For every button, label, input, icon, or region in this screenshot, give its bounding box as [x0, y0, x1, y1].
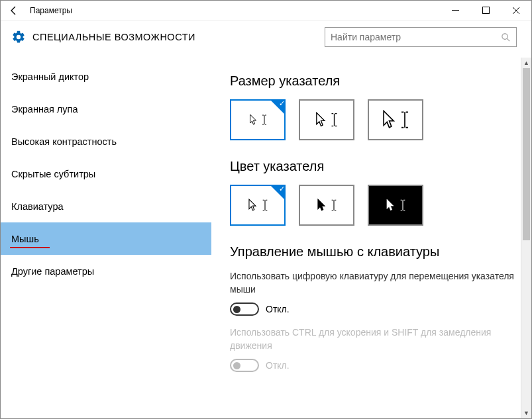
toggle-mouse-keys[interactable]: [230, 303, 259, 316]
svg-line-5: [507, 38, 509, 41]
sidebar-item-label: Клавиатура: [11, 201, 64, 212]
close-button[interactable]: [501, 1, 531, 21]
cursor-arrow-icon: [248, 199, 258, 212]
search-box[interactable]: [325, 27, 517, 47]
pointer-size-medium[interactable]: [299, 99, 354, 140]
sidebar-item-high-contrast[interactable]: Высокая контрастность: [1, 125, 211, 158]
check-icon: [270, 99, 286, 115]
cursor-ibeam-icon: [400, 110, 409, 130]
cursor-ibeam-icon: [331, 112, 338, 128]
sidebar: Экранный диктор Экранная лупа Высокая ко…: [1, 58, 211, 418]
cursor-ibeam-icon: [331, 199, 337, 212]
maximize-button[interactable]: [470, 1, 501, 21]
pointer-size-large[interactable]: [368, 99, 423, 140]
pointer-color-inverted[interactable]: [368, 185, 423, 226]
pointer-size-small[interactable]: [230, 99, 286, 140]
sidebar-item-label: Другие параметры: [11, 266, 94, 277]
cursor-arrow-icon: [249, 114, 258, 126]
sidebar-item-label: Экранная лупа: [11, 104, 78, 115]
cursor-ibeam-icon: [399, 199, 406, 212]
cursor-arrow-icon: [317, 199, 327, 212]
sidebar-item-other-options[interactable]: Другие параметры: [1, 255, 211, 287]
ctrl-shift-description: Использовать CTRL для ускорения и SHIFT …: [230, 326, 515, 352]
cursor-arrow-icon: [386, 199, 396, 212]
sidebar-item-keyboard[interactable]: Клавиатура: [1, 190, 211, 222]
sidebar-item-label: Скрытые субтитры: [11, 169, 95, 179]
sidebar-item-label: Экранный диктор: [11, 71, 89, 82]
sidebar-item-label: Высокая контрастность: [11, 136, 117, 147]
scroll-up-icon[interactable]: ▲: [521, 58, 531, 68]
content-area: Размер указателя Цвет указателя: [211, 58, 531, 418]
svg-point-4: [502, 33, 507, 38]
page-title: СПЕЦИАЛЬНЫЕ ВОЗМОЖНОСТИ: [32, 32, 325, 42]
heading-pointer-size: Размер указателя: [230, 73, 515, 89]
cursor-ibeam-icon: [262, 114, 267, 126]
toggle-label: Откл.: [266, 304, 290, 314]
scroll-thumb[interactable]: [523, 68, 530, 240]
pointer-color-black[interactable]: [299, 185, 354, 226]
annotation-underline: [10, 247, 50, 248]
sidebar-item-narrator[interactable]: Экранный диктор: [1, 60, 211, 93]
pointer-color-white[interactable]: [230, 185, 286, 226]
check-icon: [270, 185, 286, 201]
heading-pointer-color: Цвет указателя: [230, 159, 515, 174]
search-input[interactable]: [331, 32, 501, 42]
toggle-label: Откл.: [266, 360, 290, 371]
cursor-ibeam-icon: [262, 199, 268, 212]
sidebar-item-magnifier[interactable]: Экранная лупа: [1, 93, 211, 125]
search-icon: [501, 32, 511, 42]
cursor-arrow-icon: [382, 110, 396, 130]
heading-mouse-keys: Управление мышью с клавиатуры: [230, 244, 515, 259]
minimize-button[interactable]: [440, 1, 470, 21]
scrollbar[interactable]: ▲ ▼: [521, 58, 531, 418]
window-title: Параметры: [25, 6, 72, 15]
mouse-keys-description: Использовать цифровую клавиатуру для пер…: [230, 270, 515, 296]
gear-icon: [11, 30, 26, 44]
svg-rect-1: [482, 7, 489, 14]
scroll-down-icon[interactable]: ▼: [521, 408, 531, 418]
cursor-arrow-icon: [315, 112, 327, 128]
toggle-ctrl-shift: [230, 359, 259, 372]
back-button[interactable]: [3, 1, 25, 21]
sidebar-item-label: Мышь: [11, 234, 39, 244]
sidebar-item-closed-captions[interactable]: Скрытые субтитры: [1, 158, 211, 190]
sidebar-item-mouse[interactable]: Мышь: [1, 222, 211, 255]
